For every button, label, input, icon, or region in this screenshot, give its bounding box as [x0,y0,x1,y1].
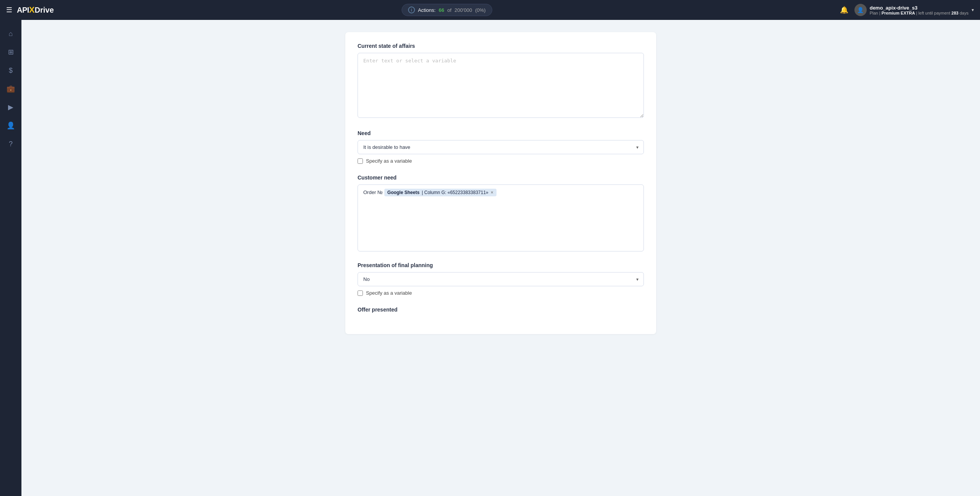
actions-percent: (0%) [475,7,485,13]
actions-separator: of [447,7,451,13]
sidebar: ⌂ ⊞ $ 💼 ▶ 👤 ? [0,20,21,496]
hamburger-icon[interactable]: ☰ [6,6,12,14]
sidebar-item-integrations[interactable]: 💼 [3,81,18,96]
need-specify-label[interactable]: Specify as a variable [366,158,412,164]
customer-need-label: Customer need [358,175,644,181]
need-section: Need It is desirable to have ▾ Specify a… [358,130,644,164]
sidebar-item-profile[interactable]: 👤 [3,118,18,133]
topbar-center: i Actions: 66 of 200'000 (0%) [60,4,834,16]
bell-icon[interactable]: 🔔 [840,6,848,14]
sidebar-item-billing[interactable]: $ [3,63,18,78]
offer-presented-section: Offer presented [358,307,644,313]
current-state-input[interactable] [358,53,644,118]
presentation-label: Presentation of final planning [358,262,644,268]
presentation-section: Presentation of final planning No ▾ Spec… [358,262,644,296]
main-layout: ⌂ ⊞ $ 💼 ▶ 👤 ? Current state of affairs N… [0,20,980,496]
avatar: 👤 [854,4,867,16]
need-select-wrapper: It is desirable to have ▾ [358,140,644,154]
customer-need-input[interactable]: Order № Google Sheets | Column G: «65223… [358,184,644,251]
current-state-label: Current state of affairs [358,43,644,49]
tag-service-name: Google Sheets [387,190,420,195]
presentation-specify-row: Specify as a variable [358,290,644,296]
topbar: ☰ API X Drive i Actions: 66 of 200'000 (… [0,0,980,20]
logo: API X Drive [17,5,54,15]
google-sheets-tag: Google Sheets | Column G: «6522338338371… [384,189,497,196]
order-prefix-text: Order № [363,189,383,196]
sidebar-item-home[interactable]: ⌂ [3,26,18,41]
actions-label: Actions: [418,7,436,13]
user-info: demo_apix-drive_s3 Plan | Premium EXTRA … [870,5,969,15]
chevron-down-icon: ▾ [972,7,974,13]
actions-total: 200'000 [454,7,472,13]
user-name: demo_apix-drive_s3 [870,5,969,11]
actions-badge: i Actions: 66 of 200'000 (0%) [402,4,492,16]
page-content: Current state of affairs Need It is desi… [336,20,665,346]
presentation-specify-label[interactable]: Specify as a variable [366,290,412,296]
need-select[interactable]: It is desirable to have [358,140,644,154]
presentation-specify-checkbox[interactable] [358,290,363,296]
tag-detail: | Column G: «65223383383711» [422,190,488,195]
need-label: Need [358,130,644,136]
content-area: Current state of affairs Need It is desi… [21,20,980,496]
info-icon: i [408,7,415,13]
offer-presented-label: Offer presented [358,307,644,313]
form-panel: Current state of affairs Need It is desi… [345,32,656,334]
logo-drive: Drive [35,6,54,15]
logo-api: API [17,6,29,15]
need-specify-checkbox[interactable] [358,158,363,164]
sidebar-item-tutorials[interactable]: ▶ [3,100,18,115]
tag-close-icon[interactable]: × [491,190,493,195]
user-section[interactable]: 👤 demo_apix-drive_s3 Plan | Premium EXTR… [854,4,974,16]
current-state-section: Current state of affairs [358,43,644,119]
need-specify-row: Specify as a variable [358,158,644,164]
customer-need-section: Customer need Order № Google Sheets | Co… [358,175,644,251]
topbar-left: ☰ API X Drive [6,5,54,15]
sidebar-item-help[interactable]: ? [3,136,18,152]
actions-count: 66 [439,7,444,13]
presentation-select[interactable]: No [358,272,644,286]
topbar-right: 🔔 👤 demo_apix-drive_s3 Plan | Premium EX… [840,4,974,16]
sidebar-item-dashboard[interactable]: ⊞ [3,44,18,60]
presentation-select-wrapper: No ▾ [358,272,644,286]
user-plan: Plan | Premium EXTRA | left until paymen… [870,11,969,15]
logo-x: X [29,5,35,15]
